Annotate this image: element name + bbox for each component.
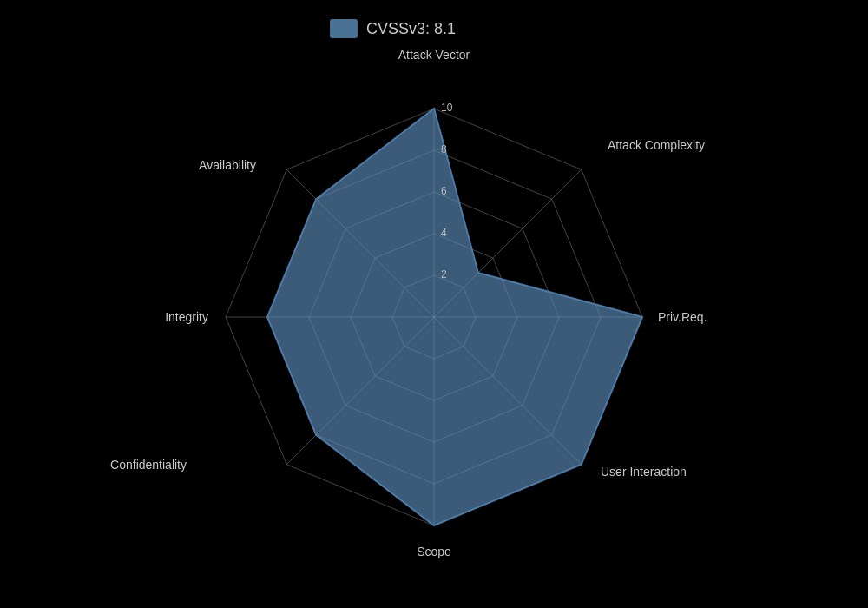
label-priv-req: Priv.Req.	[658, 310, 707, 324]
scale-label-4: 4	[441, 227, 447, 239]
legend-label: CVSSv3: 8.1	[366, 20, 456, 37]
chart-container: CVSSv3: 8.1	[0, 0, 868, 608]
radar-data-polygon	[267, 109, 642, 525]
legend-color-box	[330, 19, 358, 38]
scale-label-6: 6	[441, 185, 447, 197]
label-user-interaction: User Interaction	[601, 465, 687, 479]
label-integrity: Integrity	[165, 310, 208, 324]
label-scope: Scope	[417, 545, 451, 558]
label-availability: Availability	[199, 158, 256, 172]
label-confidentiality: Confidentiality	[110, 458, 187, 472]
scale-label-8: 8	[441, 143, 447, 155]
label-attack-vector: Attack Vector	[398, 48, 470, 62]
scale-label-2: 2	[441, 268, 447, 281]
scale-label-10: 10	[441, 102, 453, 114]
label-attack-complexity: Attack Complexity	[608, 138, 705, 152]
